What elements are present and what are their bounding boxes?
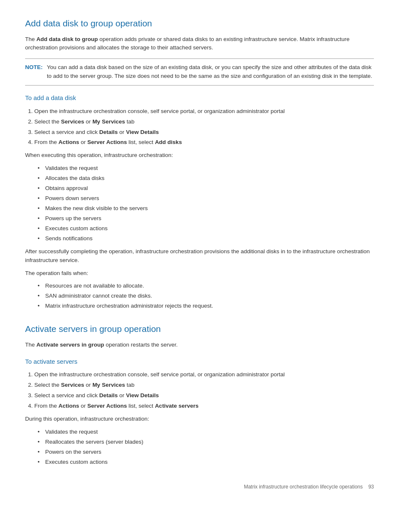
steps-list-1: Open the infrastructure orchestration co…	[25, 107, 374, 147]
section1-title: Add data disk to group operation	[25, 17, 374, 30]
executing-bullets-1: Validates the request Allocates the data…	[38, 164, 374, 243]
step-1-1: Open the infrastructure orchestration co…	[34, 107, 374, 116]
section-activate-servers: Activate servers in group operation The …	[25, 322, 374, 466]
footer-page: 93	[368, 484, 374, 490]
bullet-reallocate: Reallocates the servers (server blades)	[38, 438, 374, 447]
section1-intro: The Add data disk to group operation add…	[25, 35, 374, 53]
note-box: NOTE: You can add a data disk based on t…	[25, 58, 374, 86]
step-2-4: From the Actions or Server Actions list,…	[34, 402, 374, 411]
fail-bullet-2: SAN administrator cannot create the disk…	[38, 292, 374, 301]
subsection2-title: To activate servers	[25, 357, 374, 367]
fail-bullet-3: Matrix infrastructure orchestration admi…	[38, 302, 374, 311]
fails-bullets: Resources are not available to allocate.…	[38, 282, 374, 311]
subsection1-title: To add a data disk	[25, 93, 374, 103]
after-para-1: After successfully completing the operat…	[25, 247, 374, 265]
bullet-power-on: Powers on the servers	[38, 448, 374, 457]
bullet-power-up: Powers up the servers	[38, 214, 374, 223]
section-add-data-disk: Add data disk to group operation The Add…	[25, 17, 374, 311]
bullet-power-down: Powers down servers	[38, 194, 374, 203]
step-2-2: Select the Services or My Services tab	[34, 381, 374, 390]
bullet-custom-actions-2: Executes custom actions	[38, 458, 374, 467]
step-1-3: Select a service and click Details or Vi…	[34, 128, 374, 137]
executing-bullets-2: Validates the request Reallocates the se…	[38, 428, 374, 467]
bullet-allocate: Allocates the data disks	[38, 174, 374, 183]
note-text: You can add a data disk based on the siz…	[47, 63, 374, 81]
bullet-disk-visible: Makes the new disk visible to the server…	[38, 204, 374, 213]
step-1-2: Select the Services or My Services tab	[34, 118, 374, 126]
step-2-1: Open the infrastructure orchestration co…	[34, 370, 374, 379]
step-2-3: Select a service and click Details or Vi…	[34, 391, 374, 400]
bullet-approval: Obtains approval	[38, 184, 374, 193]
bullet-custom-actions-1: Executes custom actions	[38, 224, 374, 233]
executing-intro-2: During this operation, infrastructure or…	[25, 415, 374, 424]
executing-intro-1: When executing this operation, infrastru…	[25, 151, 374, 160]
bullet-notifications: Sends notifications	[38, 234, 374, 243]
bullet-validate-1: Validates the request	[38, 164, 374, 173]
bullet-validate-2: Validates the request	[38, 428, 374, 437]
section2-intro-bold: Activate servers in group	[36, 342, 104, 348]
step-1-4: From the Actions or Server Actions list,…	[34, 138, 374, 147]
fails-intro: The operation fails when:	[25, 269, 374, 278]
footer-text: Matrix infrastructure orchestration life…	[244, 484, 363, 490]
section1-intro-bold: Add data disk to group	[36, 36, 98, 42]
note-label: NOTE:	[25, 63, 43, 72]
section2-title: Activate servers in group operation	[25, 322, 374, 336]
footer: Matrix infrastructure orchestration life…	[25, 483, 374, 491]
fail-bullet-1: Resources are not available to allocate.	[38, 282, 374, 290]
steps-list-2: Open the infrastructure orchestration co…	[25, 370, 374, 411]
section2-intro: The Activate servers in group operation …	[25, 341, 374, 350]
